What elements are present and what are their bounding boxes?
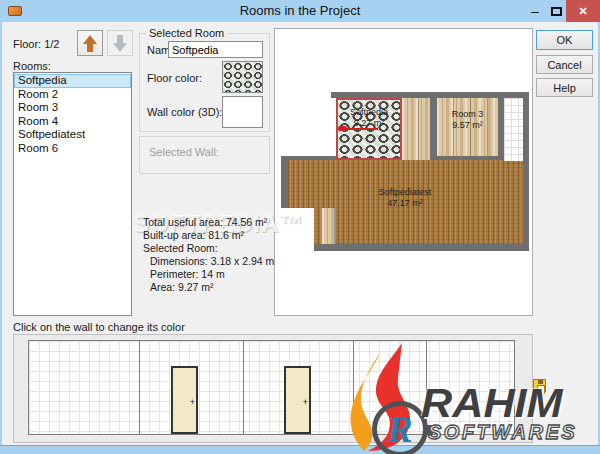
room-name-input[interactable] (168, 41, 263, 58)
floor-plan-canvas[interactable]: Softpedia 9.27 m² Room 3 9.57 m² Softped… (274, 28, 533, 316)
stat-area: Area: 9.27 m² (143, 281, 274, 294)
floor-label: Floor: 1/2 (13, 38, 59, 50)
selected-room-group-title: Selected Room (146, 27, 227, 39)
wall-color-button[interactable] (222, 96, 263, 128)
floor-up-button[interactable] (77, 30, 103, 56)
plan-label-softpedia: Softpedia 9.27 m² (336, 107, 402, 129)
list-item-room6[interactable]: Room 6 (14, 142, 131, 156)
wall-divider (243, 341, 244, 434)
minimize-button[interactable]: – (524, 0, 546, 22)
door-handle-icon: + (303, 398, 308, 407)
area-stats: Total useful area: 74.56 m² Built-up are… (143, 216, 274, 294)
close-button[interactable]: ✕ (566, 0, 600, 22)
arrow-up-icon (83, 35, 97, 52)
close-icon: ✕ (578, 5, 587, 18)
list-item-softpediatest[interactable]: Softpediatest (14, 128, 131, 142)
list-item-room4[interactable]: Room 4 (14, 115, 131, 129)
floor-color-button[interactable] (222, 61, 263, 93)
rooms-dialog-window: Rooms in the Project – ✕ Floor: 1/2 Room… (0, 0, 600, 454)
selected-wall-group: Selected Wall: (139, 136, 270, 174)
list-item-room2[interactable]: Room 2 (14, 88, 131, 102)
cancel-button[interactable]: Cancel (536, 55, 593, 74)
brand-tagline: SOFTWARES (428, 421, 577, 444)
plan-inner-wall-1 (430, 92, 437, 162)
plan-label-room3: Room 3 9.57 m² (437, 109, 498, 131)
arrow-down-icon (113, 35, 127, 52)
elevation-door-1: + (171, 366, 198, 434)
wall-segment-1[interactable] (29, 341, 139, 434)
title-bar[interactable]: Rooms in the Project – ✕ (0, 0, 600, 22)
window-title: Rooms in the Project (0, 3, 600, 18)
help-button[interactable]: Help (536, 78, 593, 97)
plan-bottom-wall (314, 244, 529, 251)
stat-selected-room-heading: Selected Room: (143, 242, 274, 255)
window-bottom-border (0, 445, 600, 454)
stat-total-useful-area: Total useful area: 74.56 m² (143, 216, 274, 229)
plan-label-softpediatest: Softpediatest 47.17 m² (315, 187, 495, 209)
wall-divider (139, 341, 140, 434)
elevation-door-2: + (284, 366, 311, 434)
wall-hint-label: Click on the wall to change its color (13, 321, 185, 333)
floor-color-label: Floor color: (147, 72, 202, 84)
list-item-room3[interactable]: Room 3 (14, 101, 131, 115)
door-handle-icon: + (190, 398, 195, 407)
plan-room-tiled[interactable] (504, 98, 523, 161)
list-item-softpedia[interactable]: Softpedia (14, 74, 131, 88)
ok-button[interactable]: OK (536, 30, 593, 50)
plan-right-wall (523, 92, 529, 251)
plan-hallway[interactable] (402, 98, 430, 160)
plan-door-opening (321, 208, 335, 244)
rooms-listbox[interactable]: Softpedia Room 2 Room 3 Room 4 Softpedia… (13, 72, 132, 316)
floor-down-button[interactable] (107, 30, 133, 56)
monogram-icon: R (372, 401, 428, 454)
maximize-button[interactable] (547, 0, 566, 22)
brand-name: RAHIM (421, 381, 563, 426)
stat-built-up-area: Built-up area: 81.6 m² (143, 229, 274, 242)
minimize-icon: – (531, 3, 539, 19)
stat-perimeter: Perimeter: 14 m (143, 268, 274, 281)
stat-dimensions: Dimensions: 3.18 x 2.94 m (143, 255, 274, 268)
wall-color-label: Wall color (3D): (147, 106, 222, 118)
selected-wall-label: Selected Wall: (149, 146, 219, 158)
rooms-label: Rooms: (13, 60, 51, 72)
maximize-icon (551, 7, 562, 16)
